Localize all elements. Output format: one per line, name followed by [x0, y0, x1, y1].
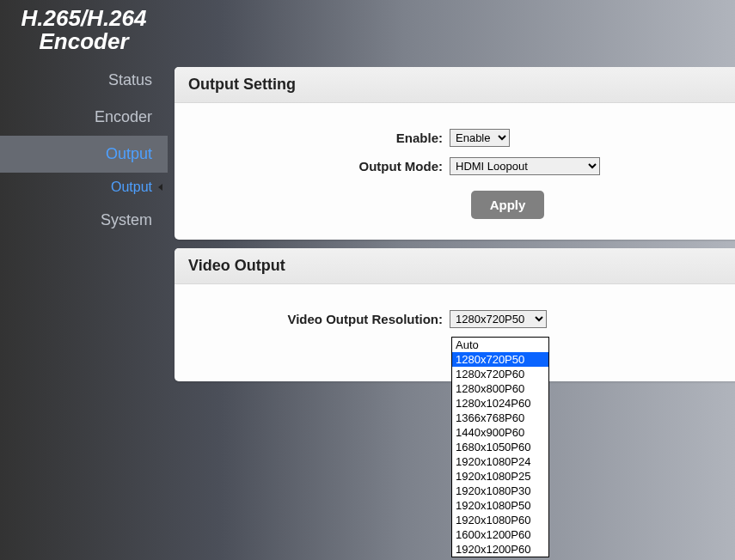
enable-select[interactable]: Enable — [450, 129, 510, 147]
video-res-label: Video Output Resolution: — [192, 312, 450, 326]
video-res-option[interactable]: 1280x720P50 — [452, 352, 548, 367]
output-setting-title: Output Setting — [175, 67, 735, 103]
nav-encoder[interactable]: Encoder — [0, 99, 168, 136]
video-res-dropdown[interactable]: Auto1280x720P501280x720P601280x800P60128… — [451, 337, 549, 557]
video-res-option[interactable]: 1920x1080P24 — [452, 454, 548, 469]
output-mode-select[interactable]: HDMI Loopout — [450, 157, 600, 175]
nav-system[interactable]: System — [0, 202, 168, 239]
video-res-option[interactable]: 1920x1080P60 — [452, 513, 548, 527]
output-setting-panel: Output Setting Enable: Enable Output Mod… — [175, 67, 735, 240]
video-res-option[interactable]: 1280x720P60 — [452, 367, 548, 381]
video-res-option[interactable]: 1920x1080P50 — [452, 498, 548, 513]
video-res-option[interactable]: 1680x1050P60 — [452, 440, 548, 454]
video-res-option[interactable]: 1920x1200P60 — [452, 542, 548, 557]
logo-line1: H.265/H.264 — [0, 7, 168, 30]
video-res-option[interactable]: 1920x1080P30 — [452, 484, 548, 498]
nav-output-sub[interactable]: Output — [0, 173, 168, 202]
logo-line2: Encoder — [0, 30, 168, 53]
video-res-option[interactable]: 1440x900P60 — [452, 425, 548, 440]
nav-output[interactable]: Output — [0, 136, 168, 173]
enable-label: Enable: — [192, 131, 450, 145]
video-res-option[interactable]: Auto — [452, 338, 548, 352]
nav-status[interactable]: Status — [0, 62, 168, 99]
video-res-option[interactable]: 1600x1200P60 — [452, 527, 548, 542]
output-mode-row: Output Mode: HDMI Loopout — [192, 157, 725, 175]
video-res-option[interactable]: 1366x768P60 — [452, 411, 548, 425]
video-res-select[interactable]: 1280x720P50 — [450, 310, 547, 328]
video-output-title: Video Output — [175, 248, 735, 284]
video-res-option[interactable]: 1280x800P60 — [452, 381, 548, 396]
output-mode-label: Output Mode: — [192, 159, 450, 173]
video-res-option[interactable]: 1280x1024P60 — [452, 396, 548, 411]
video-res-option[interactable]: 1920x1080P25 — [452, 469, 548, 484]
apply-button[interactable]: Apply — [471, 191, 545, 219]
video-res-row: Video Output Resolution: 1280x720P50 — [192, 310, 725, 328]
sidebar: Status Encoder Output Output System — [0, 62, 168, 239]
app-logo: H.265/H.264 Encoder — [0, 0, 168, 54]
enable-row: Enable: Enable — [192, 129, 725, 147]
